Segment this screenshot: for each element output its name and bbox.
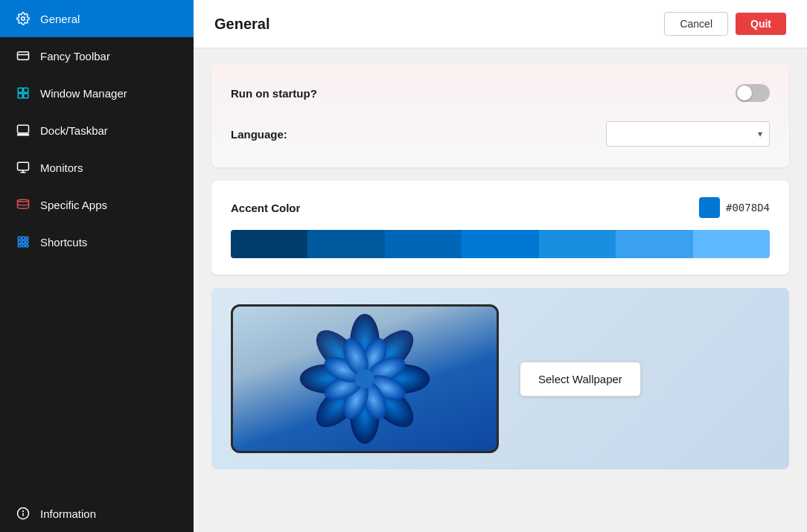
sidebar-item-fancy-toolbar[interactable]: Fancy Toolbar [0,37,194,74]
svg-rect-15 [26,237,28,240]
color-segment-3[interactable] [385,230,462,258]
language-select-wrapper: English French German Spanish ▾ [606,121,770,147]
svg-rect-14 [22,237,25,240]
svg-rect-3 [18,88,22,92]
sidebar-item-dock-taskbar[interactable]: Dock/Taskbar [0,112,194,149]
info-icon [15,505,31,522]
gear-icon [15,10,31,27]
color-segment-4[interactable] [462,230,538,258]
startup-label: Run on startup? [231,87,317,100]
language-label: Language: [231,128,287,141]
sidebar-item-label: Dock/Taskbar [40,124,108,137]
svg-rect-1 [18,52,29,60]
startup-toggle[interactable] [736,84,770,102]
monitor-icon [15,159,31,176]
sidebar: General Fancy Toolbar Window Manager [0,0,194,532]
svg-rect-7 [18,125,29,133]
svg-rect-17 [22,241,25,244]
language-select[interactable]: English French German Spanish [606,121,770,147]
sidebar-item-shortcuts[interactable]: Shortcuts [0,223,194,260]
main-content: General Cancel Quit Run on startup? Lang… [194,0,807,532]
select-wallpaper-button[interactable]: Select Wallpaper [520,362,641,397]
settings-content: Run on startup? Language: English French… [194,48,807,484]
color-segment-5[interactable] [539,230,616,258]
page-title: General [214,16,269,33]
sidebar-item-monitors[interactable]: Monitors [0,149,194,186]
color-segment-1[interactable] [231,230,307,258]
apps-icon [15,196,31,213]
svg-rect-13 [18,237,21,240]
svg-rect-18 [26,241,28,244]
accent-color-card: Accent Color #0078D4 [211,181,789,275]
sidebar-item-label: Specific Apps [40,199,107,211]
accent-hex: #0078D4 [726,202,770,214]
wallpaper-card: Select Wallpaper [211,288,789,469]
color-segment-6[interactable] [616,230,692,258]
header: General Cancel Quit [194,0,807,48]
dock-icon [15,122,31,138]
svg-rect-6 [24,94,28,98]
sidebar-item-label: General [40,13,80,25]
svg-rect-16 [18,241,21,244]
sidebar-item-label: Fancy Toolbar [40,50,110,63]
header-actions: Cancel Quit [664,12,786,36]
accent-header: Accent Color #0078D4 [231,197,770,218]
sidebar-item-window-manager[interactable]: Window Manager [0,74,194,112]
cancel-button[interactable]: Cancel [664,12,728,36]
window-icon [15,85,31,101]
shortcuts-icon [15,234,31,250]
sidebar-item-specific-apps[interactable]: Specific Apps [0,186,194,223]
wallpaper-flower-svg [283,312,447,446]
toggle-thumb [737,86,752,100]
accent-value: #0078D4 [699,197,770,218]
svg-rect-21 [26,245,28,247]
svg-rect-9 [18,162,29,170]
sidebar-item-label: Window Manager [40,87,127,100]
color-segment-2[interactable] [307,230,384,258]
toolbar-icon [15,48,31,64]
svg-rect-5 [18,94,22,98]
svg-rect-19 [18,245,21,247]
svg-rect-8 [18,134,29,135]
svg-point-0 [22,17,25,21]
accent-swatch[interactable] [699,197,720,218]
sidebar-item-label: Information [40,507,96,520]
sidebar-item-information[interactable]: Information [0,495,194,532]
quit-button[interactable]: Quit [736,13,786,35]
svg-rect-20 [22,245,25,247]
accent-title: Accent Color [231,202,300,214]
sidebar-item-label: Shortcuts [40,236,87,249]
svg-point-41 [355,369,374,388]
svg-point-12 [18,199,29,202]
color-bar[interactable] [231,230,770,258]
startup-row: Run on startup? [231,80,770,106]
language-row: Language: English French German Spanish … [231,117,770,151]
sidebar-item-general[interactable]: General [0,0,194,37]
sidebar-item-label: Monitors [40,161,83,174]
wallpaper-preview [231,304,499,453]
color-segment-7[interactable] [693,230,770,258]
svg-rect-4 [24,88,28,92]
startup-card: Run on startup? Language: English French… [211,63,789,167]
